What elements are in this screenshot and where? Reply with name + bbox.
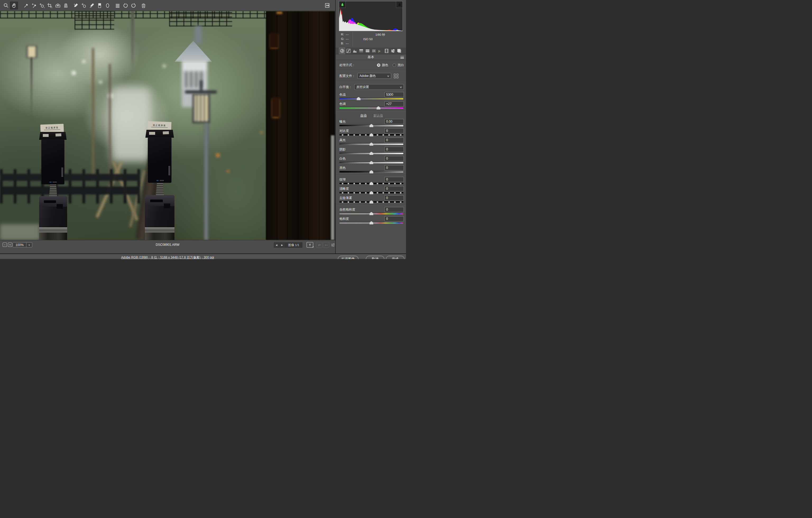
slider-thumb[interactable] (370, 124, 374, 127)
highlight-clipping-indicator[interactable] (396, 1, 403, 8)
slider-thumb[interactable] (370, 191, 374, 194)
tab-tone-curve[interactable] (345, 48, 352, 54)
graduated-filter-tool-icon[interactable] (96, 2, 104, 9)
profile-browser-icon[interactable] (394, 74, 398, 78)
auto-link[interactable]: 自动 (360, 113, 367, 118)
wb-select[interactable]: 原照设置 ∨ (354, 84, 404, 90)
panel-menu-icon[interactable] (401, 56, 404, 59)
spot-removal-tool-icon[interactable] (72, 2, 80, 9)
tab-camera-calibration[interactable] (383, 48, 389, 54)
radial-filter-tool-icon[interactable] (104, 2, 112, 9)
color-sampler-tool-icon[interactable] (30, 2, 38, 9)
slider-track[interactable] (339, 171, 403, 173)
slider-thumb[interactable] (370, 133, 374, 136)
radio-bw[interactable] (393, 63, 396, 67)
rotate-right-tool-icon[interactable] (129, 2, 138, 9)
done-button[interactable]: 完成 (386, 256, 404, 259)
white-balance-tool-icon[interactable] (22, 2, 30, 9)
tab-presets[interactable] (389, 48, 396, 54)
tab-split-toning[interactable] (364, 48, 371, 54)
red-eye-tool-icon[interactable] (80, 2, 88, 9)
slider-track[interactable] (339, 192, 403, 194)
tab-snapshots[interactable] (396, 48, 402, 54)
slider-thumb[interactable] (370, 182, 374, 185)
slider-value-input[interactable]: 0 (384, 177, 404, 182)
slider-track[interactable] (339, 134, 403, 136)
transform-tool-icon[interactable] (62, 2, 70, 9)
slider-vibrance: 自然饱和度0 (339, 207, 404, 214)
slider-track[interactable] (339, 162, 403, 163)
slider-track[interactable] (339, 153, 403, 154)
profile-select[interactable]: Adobe 颜色 ∨ (357, 73, 391, 79)
tab-lens-corrections[interactable] (371, 48, 377, 54)
slider-value-input[interactable]: 0 (384, 147, 404, 152)
crop-tool-icon[interactable] (46, 2, 54, 9)
slider-track[interactable] (339, 222, 403, 224)
slider-value-input[interactable]: 0 (384, 156, 404, 161)
slider-thumb[interactable] (370, 212, 374, 215)
slider-track[interactable] (339, 213, 403, 214)
open-image-button[interactable]: 打开图像 (338, 256, 358, 259)
next-icon: ▶ (281, 244, 283, 246)
default-link[interactable]: 默认值 (374, 113, 383, 118)
tab-basic[interactable] (339, 48, 345, 54)
adjustment-brush-tool-icon[interactable] (88, 2, 96, 9)
image-canvas[interactable]: 请正视屏幕 请正视屏幕 (0, 11, 335, 240)
targeted-adjustment-tool-icon[interactable] (38, 2, 46, 9)
tab-detail[interactable] (352, 48, 358, 54)
slider-label: 色温 (339, 92, 346, 97)
radio-color-label[interactable]: 颜色 (382, 63, 388, 67)
previous-image-button[interactable]: ◀ (274, 242, 279, 248)
slider-thumb[interactable] (370, 152, 374, 155)
slider-value-input[interactable]: 0 (384, 165, 404, 170)
slider-label: 去除薄雾 (339, 196, 352, 200)
slider-track[interactable] (339, 98, 403, 99)
slider-track[interactable] (339, 125, 403, 126)
tab-effects[interactable]: fx (377, 48, 383, 54)
radio-color[interactable] (377, 63, 380, 67)
histogram[interactable] (339, 1, 403, 31)
terminal-sign-text: 请正视屏幕 (46, 126, 59, 129)
slider-thumb[interactable] (356, 97, 360, 100)
before-after-dropdown-icon[interactable]: ▼ (312, 246, 314, 248)
slider-value-input[interactable]: 0 (384, 216, 404, 222)
slider-value-input[interactable]: 0.00 (384, 119, 404, 124)
slider-thumb[interactable] (370, 200, 374, 203)
hand-tool-icon[interactable] (10, 2, 18, 9)
slider-thumb[interactable] (370, 221, 374, 224)
slider-value-input[interactable]: 0 (384, 207, 404, 212)
slider-value-input[interactable]: 0 (384, 195, 404, 201)
preferences-tool-icon[interactable] (114, 2, 122, 9)
slider-value-input[interactable]: 5300 (384, 92, 404, 97)
toggle-filmstrip-panel-icon[interactable] (323, 2, 331, 9)
slider-thumb[interactable] (370, 142, 374, 146)
slider-value-input[interactable]: 0 (384, 138, 404, 143)
slider-highlights: 高光0 (339, 138, 404, 145)
slider-track[interactable] (339, 144, 403, 145)
swap-settings-button[interactable]: ⇄ (316, 242, 322, 248)
slider-thumb[interactable] (370, 161, 374, 164)
workflow-options-link[interactable]: Adobe RGB (1998)；8 位；5168 x 3448 (17.8 百… (0, 255, 335, 259)
slider-value-input[interactable]: +27 (384, 101, 404, 107)
cancel-button[interactable]: 取消 (366, 256, 384, 259)
photo-structure-lamp-2 (272, 98, 279, 117)
slider-track[interactable] (339, 183, 403, 184)
slider-thumb[interactable] (370, 170, 374, 173)
status-bar: − + 100% ∨ DSC08901.ARW ◀ ▶ 图像 1/1 Y ▼ ⇄… (0, 240, 335, 254)
slider-track[interactable] (339, 201, 403, 203)
slider-value-input[interactable]: 0 (384, 186, 404, 191)
chevron-down-icon: ∨ (399, 86, 402, 89)
copy-settings-button[interactable]: ↤ (323, 242, 329, 248)
tab-hsl-grayscale[interactable] (358, 48, 364, 54)
zoom-tool-icon[interactable] (2, 2, 10, 9)
next-image-button[interactable]: ▶ (280, 242, 285, 248)
radio-bw-label[interactable]: 黑白 (398, 63, 404, 67)
delete-tool-icon[interactable] (140, 2, 147, 9)
slider-thumb[interactable] (376, 106, 380, 109)
slider-value-input[interactable]: 0 (384, 128, 404, 134)
slider-track[interactable] (339, 107, 403, 109)
shadow-clipping-indicator[interactable] (339, 1, 346, 8)
rotate-left-tool-icon[interactable] (122, 2, 129, 9)
snapshot-settings-button[interactable] (330, 242, 336, 248)
straighten-tool-icon[interactable] (54, 2, 62, 9)
